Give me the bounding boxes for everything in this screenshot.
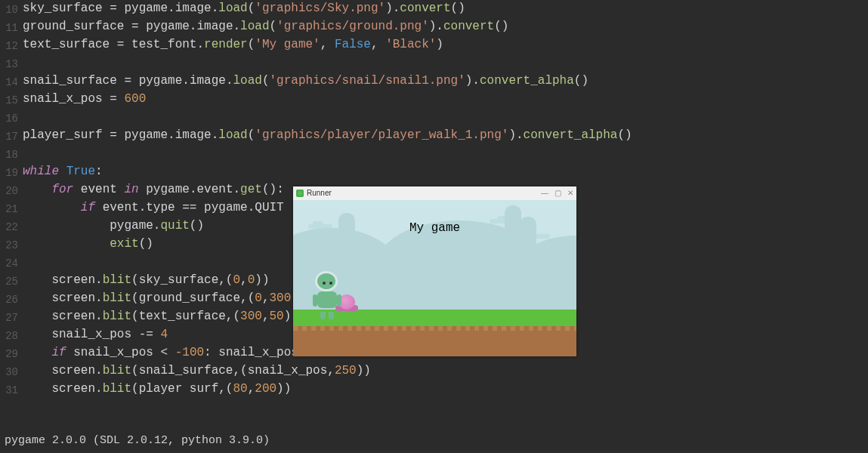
line-number: 24 xyxy=(0,254,23,272)
terminal-output: pygame 2.0.0 (SDL 2.0.12, python 3.9.0) … xyxy=(0,403,868,453)
line-number: 25 xyxy=(0,272,23,290)
window-title: Runner xyxy=(307,186,541,202)
line-number: 11 xyxy=(0,18,23,36)
minimize-button[interactable]: — xyxy=(541,186,548,202)
line-number: 17 xyxy=(0,127,23,145)
code-content[interactable]: screen.blit(player surf,(80,200)) xyxy=(23,381,868,397)
code-line[interactable]: 15snail_x_pos = 600 xyxy=(0,91,868,109)
ground-layer xyxy=(293,326,576,356)
code-content[interactable]: while True: xyxy=(23,163,868,180)
game-text-label: My game xyxy=(409,220,460,236)
code-line[interactable]: 18 xyxy=(0,145,868,163)
line-number: 15 xyxy=(0,91,23,109)
code-line[interactable]: 10sky_surface = pygame.image.load('graph… xyxy=(0,0,868,18)
terminal-line: pygame 2.0.0 (SDL 2.0.12, python 3.9.0) xyxy=(5,433,868,448)
code-content[interactable]: sky_surface = pygame.image.load('graphic… xyxy=(23,0,868,17)
code-content[interactable]: screen.blit(snail_surface,(snail_x_pos,2… xyxy=(23,362,868,379)
code-content[interactable]: text_surface = test_font.render('My game… xyxy=(23,36,868,53)
line-number: 26 xyxy=(0,290,23,308)
code-line[interactable]: 11ground_surface = pygame.image.load('gr… xyxy=(0,18,868,36)
pygame-window[interactable]: Runner — ▢ ✕ My game xyxy=(293,186,576,356)
code-content[interactable] xyxy=(23,109,868,125)
line-number: 29 xyxy=(0,344,23,362)
line-number: 16 xyxy=(0,109,23,127)
code-content[interactable]: snail_surface = pygame.image.load('graph… xyxy=(23,72,868,89)
code-content[interactable]: player_surf = pygame.image.load('graphic… xyxy=(23,127,868,143)
code-content[interactable]: ground_surface = pygame.image.load('grap… xyxy=(23,18,868,35)
line-number: 14 xyxy=(0,72,23,91)
code-line[interactable]: 31 screen.blit(player surf,(80,200)) xyxy=(0,381,868,399)
line-number: 27 xyxy=(0,308,23,326)
code-line[interactable]: 30 screen.blit(snail_surface,(snail_x_po… xyxy=(0,362,868,381)
line-number: 18 xyxy=(0,145,23,163)
close-button[interactable]: ✕ xyxy=(567,186,573,202)
line-number: 20 xyxy=(0,181,23,199)
code-line[interactable]: 16 xyxy=(0,109,868,127)
line-number: 13 xyxy=(0,54,23,72)
line-number: 22 xyxy=(0,217,23,236)
maximize-button[interactable]: ▢ xyxy=(554,186,561,202)
code-line[interactable]: 14snail_surface = pygame.image.load('gra… xyxy=(0,72,868,91)
cloud-icon xyxy=(313,221,323,226)
line-number: 28 xyxy=(0,326,23,344)
line-number: 21 xyxy=(0,199,23,217)
code-line[interactable]: 13 xyxy=(0,54,868,72)
line-number: 12 xyxy=(0,36,23,54)
code-line[interactable]: 12text_surface = test_font.render('My ga… xyxy=(0,36,868,54)
code-line[interactable]: 17player_surf = pygame.image.load('graph… xyxy=(0,127,868,145)
pygame-icon xyxy=(296,190,304,197)
line-number: 10 xyxy=(0,0,23,18)
game-canvas: My game xyxy=(293,200,576,356)
line-number: 31 xyxy=(0,381,23,399)
code-content[interactable] xyxy=(23,145,868,162)
line-number: 30 xyxy=(0,362,23,381)
window-titlebar[interactable]: Runner — ▢ ✕ xyxy=(293,186,576,200)
code-content[interactable] xyxy=(23,54,868,71)
line-number: 19 xyxy=(0,163,23,181)
code-content[interactable]: snail_x_pos = 600 xyxy=(23,91,868,107)
code-line[interactable]: 19while True: xyxy=(0,163,868,181)
line-number: 23 xyxy=(0,236,23,254)
player-sprite xyxy=(313,271,341,313)
